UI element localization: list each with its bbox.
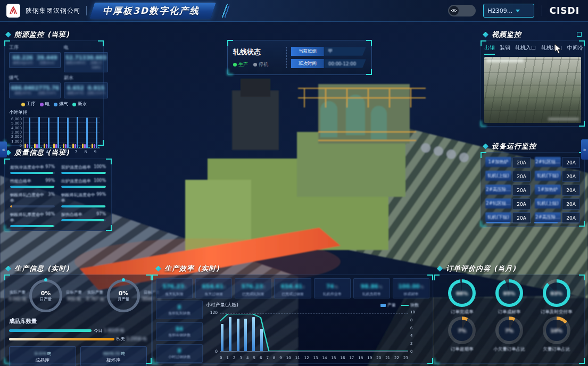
- line-swatch: [401, 305, 409, 306]
- orders-panel-title: 订单评价内容 (当月): [437, 264, 516, 273]
- diamond-icon: [5, 266, 11, 272]
- quality-progress-track: [61, 172, 106, 174]
- equipment-label: 1#加热炉: [485, 157, 511, 167]
- equipment-label: 2#高压除…: [535, 212, 561, 222]
- quality-metric-value: 97%: [45, 164, 55, 170]
- energy-title-text: 能源监控: [14, 30, 44, 39]
- quality-progress-track: [10, 172, 55, 174]
- production-gauges: 实际产量0.045 吨 0%日产量 目标产量900 吨 实际产量0.767 吨 …: [5, 275, 151, 312]
- quality-metric-label: 钢板终轧厚度命中率: [10, 212, 45, 223]
- badge-label: 当前班组: [291, 47, 324, 56]
- equipment-current-value: 20A: [562, 198, 580, 210]
- line-status-title: 轧线状态: [233, 47, 282, 57]
- cisdi-logo: CISDI: [550, 5, 579, 16]
- equipment-label: 2#高压除…: [485, 185, 511, 195]
- donut-ring: 98%: [448, 279, 476, 307]
- video-panel: 出钢 装钢 轧机入口 轧机出口 中间冷 电动辊: [481, 40, 585, 127]
- collapse-right-button[interactable]: »: [581, 139, 588, 160]
- badge-label: 班次时间: [291, 59, 324, 68]
- energy-group-card: 68.226单耗(kgce/t) 39.449总耗(tce): [9, 52, 61, 68]
- status-dot: [253, 63, 257, 66]
- energy-unit-consumption: 486.040单耗(m³/t): [11, 85, 35, 96]
- equipment-grid: 1#加热炉 20A 2#轧区辊… 20A 轧机(上辊) 20A 轧机(下辊) 2…: [481, 153, 584, 226]
- donut-ring: 10%: [543, 317, 570, 344]
- equipment-chip[interactable]: 轧机(上辊) 20A: [535, 198, 580, 210]
- header-right: H2309... CISDI: [448, 4, 588, 18]
- equipment-label: 2#轧区辊…: [535, 157, 561, 167]
- video-tab[interactable]: 装钢: [500, 44, 510, 55]
- efficiency-stat-card: 576.23t 当天轧制量: [156, 278, 193, 298]
- hourly-chart-xaxis: 01234567891011121314151617181920212223: [220, 356, 408, 360]
- equipment-label: 轧机(上辊): [485, 171, 511, 181]
- header-divider-2: [542, 5, 542, 16]
- badge-value: 00:00-12:00: [324, 59, 366, 68]
- eye-icon: [449, 6, 459, 15]
- efficiency-stat-card: 654.41t 已完成过钢量: [274, 278, 311, 298]
- hourly-chart-title: 小时产量(大板): [206, 302, 238, 309]
- production-gauge: 实际产量0.045 吨 0%日产量 目标产量900 吨: [7, 279, 85, 312]
- warehouse-cards: 0.476吨 成品库 8876.72吨 板坯库: [9, 346, 147, 366]
- furnace-select[interactable]: H2309...: [483, 4, 534, 18]
- panel-collapse-icon[interactable]: [577, 32, 582, 37]
- equipment-current-value: 20A: [512, 185, 531, 196]
- equipment-current-value: 20A: [562, 171, 580, 182]
- order-kpi-donut: 7% 小欠量订单占比: [487, 317, 532, 353]
- donut-label: 小欠量订单占比: [493, 346, 525, 353]
- energy-total-consumption: 30.603总耗(万kWh): [86, 55, 107, 70]
- quality-progress-track: [61, 186, 106, 188]
- quality-metric: 出炉温度合格率100%: [61, 178, 106, 188]
- equipment-scrollbar-left[interactable]: [486, 222, 531, 223]
- diamond-icon: [155, 266, 161, 272]
- donut-value: 95%: [495, 279, 523, 307]
- header-divider: [86, 6, 87, 15]
- quality-metric-value: 98%: [45, 212, 55, 223]
- line-status-panel: 轧线状态 生产 停机 当前班组 甲 班次时间 00:00-12:00: [227, 40, 372, 75]
- page-title: 中厚板3D数字化产线: [103, 5, 200, 17]
- legend-dot: [21, 103, 25, 106]
- cctv-feed[interactable]: [484, 57, 581, 123]
- order-kpi-donut: 10% 欠量订单占比: [534, 317, 579, 353]
- donut-label: 订单完成率: [451, 309, 474, 315]
- energy-total-consumption: 0.915总耗(万m³): [87, 85, 105, 96]
- energy-group-name: 新水: [64, 74, 108, 81]
- quality-metric-label: 探伤合格率: [61, 212, 82, 218]
- quality-metric: 钢板终轧凸度命中率3%: [10, 192, 55, 207]
- efficiency-title-text: 生产效率: [164, 264, 194, 273]
- equipment-chip[interactable]: 1#加热炉 20A: [535, 185, 580, 196]
- legend-line-series: 块数: [401, 302, 419, 308]
- gauge-dot: [122, 278, 125, 281]
- top-bar: 陕钢集团汉钢公司 中厚板3D数字化产线 H2309... CISDI: [0, 0, 588, 22]
- energy-group-name: 煤气: [9, 74, 61, 81]
- company-name: 陕钢集团汉钢公司: [26, 6, 81, 15]
- equipment-chip[interactable]: 轧机(上辊) 20A: [485, 171, 531, 182]
- donut-value: 7%: [495, 317, 523, 344]
- equipment-chip[interactable]: 2#轧区辊… 20A: [485, 198, 531, 210]
- camera-watermark-overlay: [548, 118, 579, 121]
- quality-metric: 钢板终轧温度命中率99%: [61, 192, 106, 207]
- equipment-chip[interactable]: 2#轧区辊… 20A: [535, 157, 580, 168]
- hourly-output-chart: 小时产量(大板) 产量 块数 1200 1086420 012345678910…: [206, 302, 419, 360]
- visibility-toggle[interactable]: [448, 5, 476, 16]
- donut-label: 欠量订单占比: [543, 346, 570, 353]
- quality-metric-value: 99%: [96, 192, 106, 204]
- equipment-scrollbar-right[interactable]: [534, 222, 579, 223]
- donut-label: 订单及时交付率: [541, 309, 573, 315]
- equipment-label: 2#轧区辊…: [485, 198, 511, 209]
- equipment-chip[interactable]: 轧机(下辊) 20A: [535, 171, 580, 182]
- equipment-chip[interactable]: 1#加热炉 20A: [485, 157, 531, 168]
- status-legend-item: 生产: [233, 61, 248, 68]
- collapse-left-button[interactable]: «: [0, 142, 7, 157]
- app-title-plate: 中厚板3D数字化产线: [92, 3, 213, 19]
- quality-progress-track: [10, 225, 55, 227]
- quality-progress-track: [61, 205, 106, 207]
- orders-panel: 98% 订单完成率 95% 订单成材率 93%: [434, 274, 585, 364]
- donut-value: 10%: [543, 317, 570, 344]
- status-badge: 当前班组 甲: [291, 47, 366, 56]
- energy-group: 新水 6.652单耗(m³/t) 0.915总耗(万m³): [64, 74, 108, 98]
- orders-period-text: (当月): [494, 264, 516, 273]
- video-tab[interactable]: 轧机入口: [515, 44, 536, 55]
- order-kpi-donut: 95% 订单成材率: [487, 279, 532, 315]
- equipment-chip[interactable]: 2#高压除… 20A: [485, 185, 531, 196]
- equipment-current-value: 20A: [512, 157, 531, 168]
- energy-group-name: 工序: [9, 44, 61, 51]
